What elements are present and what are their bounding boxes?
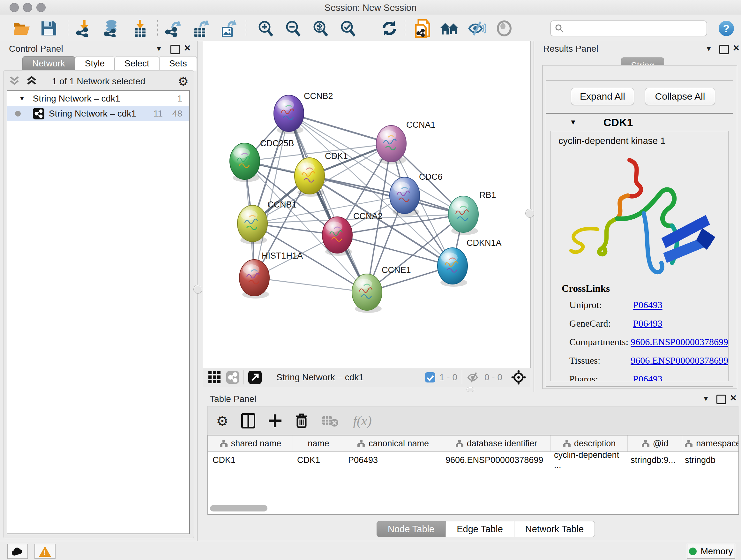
crosslink-link[interactable]: P06493 (633, 300, 663, 310)
network-node-cdkn1a[interactable] (437, 248, 468, 287)
window-status-bar: ! Memory (0, 541, 741, 560)
refresh-icon[interactable] (379, 19, 400, 37)
import-network-database-icon[interactable] (102, 19, 122, 37)
float-panel-icon[interactable]: ▼ (702, 394, 710, 403)
close-panel-icon[interactable]: × (730, 393, 737, 402)
cdk1-header-row[interactable]: ▼ CDK1 (546, 114, 733, 131)
birds-eye-view-icon[interactable] (511, 370, 526, 385)
float-panel-icon[interactable]: ▼ (155, 44, 162, 54)
network-node-ccnb2[interactable] (274, 95, 304, 134)
table-cell[interactable]: stringdb (680, 452, 739, 468)
left-splitter-grip[interactable] (193, 285, 202, 294)
import-network-icon[interactable] (74, 19, 94, 37)
expand-all-button[interactable]: Expand All (571, 88, 634, 105)
tab-network[interactable]: Network (22, 56, 75, 71)
warning-status-button[interactable]: ! (35, 544, 56, 559)
column-selector-icon[interactable] (241, 413, 255, 428)
search-field (550, 20, 707, 37)
selected-checkbox-icon[interactable] (425, 372, 435, 383)
table-cell[interactable]: stringdb:9... (626, 452, 680, 468)
help-icon[interactable]: ? (716, 19, 737, 37)
network-graph[interactable]: CCNB2CCNA1CDC25BCDK1CDC6RB1CCNB1CCNA2CDK… (203, 41, 530, 368)
column-header--id[interactable]: @id (628, 435, 682, 451)
crosslink-link[interactable]: 9606.ENSP00000378699 (630, 336, 728, 348)
add-column-icon[interactable] (268, 414, 282, 428)
column-header-name[interactable]: name (293, 435, 344, 451)
right-splitter-grip[interactable] (525, 209, 534, 218)
table-cell[interactable]: P06493 (344, 452, 441, 468)
show-panel-eye-icon[interactable] (494, 19, 515, 37)
network-node-ccnb1[interactable] (238, 205, 267, 244)
close-panel-icon[interactable]: × (733, 43, 739, 52)
network-collection-row[interactable]: ▼ String Network – cdk1 1 (7, 91, 189, 106)
crosslink-link[interactable]: 9606.ENSP00000378699 (630, 355, 728, 366)
horizontal-scrollbar[interactable] (210, 505, 267, 511)
table-row[interactable]: CDK1CDK1P064939606.ENSP00000378699cyclin… (208, 452, 738, 468)
network-node-ccna2[interactable] (322, 217, 352, 256)
tab-node-table[interactable]: Node Table (377, 521, 446, 537)
tab-style[interactable]: Style (75, 56, 115, 71)
network-row-selected[interactable]: String Network – cdk1 11 48 (7, 106, 189, 121)
file-network-icon[interactable] (412, 19, 433, 37)
node-table: shared namenamecanonical namedatabase id… (207, 435, 739, 515)
crosslink-link[interactable]: P06493 (633, 318, 663, 329)
cdk1-body: cyclin-dependent kinase 1 Cr (550, 131, 729, 381)
import-table-icon[interactable] (130, 19, 151, 37)
collapse-caret-icon[interactable]: ▼ (569, 118, 577, 126)
horizontal-splitter-grip[interactable] (467, 387, 474, 392)
maximize-panel-icon[interactable] (717, 395, 726, 404)
delete-column-icon[interactable] (295, 413, 308, 428)
tab-edge-table[interactable]: Edge Table (446, 521, 514, 537)
tab-sets[interactable]: Sets (159, 56, 197, 71)
column-header-shared-name[interactable]: shared name (208, 435, 293, 451)
network-options-gear-icon[interactable]: ⚙ (178, 74, 189, 88)
search-input[interactable] (567, 23, 706, 34)
network-node-ccna1[interactable] (376, 125, 406, 165)
tab-network-table[interactable]: Network Table (514, 521, 595, 537)
save-session-icon[interactable] (38, 19, 59, 37)
zoom-selected-icon[interactable] (338, 19, 358, 37)
zoom-out-icon[interactable] (283, 19, 303, 37)
network-view-icon[interactable] (226, 371, 239, 384)
export-image-icon[interactable] (218, 19, 239, 37)
network-node-cdk1[interactable] (294, 158, 325, 197)
network-node-cdc25b[interactable] (230, 143, 260, 182)
table-header-row[interactable]: shared namenamecanonical namedatabase id… (208, 435, 738, 452)
zoom-in-icon[interactable] (255, 19, 276, 37)
network-node-hist1h1a[interactable] (239, 260, 269, 299)
export-table-icon[interactable] (191, 19, 211, 37)
network-node-rb1[interactable] (448, 196, 478, 235)
tree-caret-icon[interactable]: ▼ (19, 95, 25, 102)
crosslink-link[interactable]: P06493 (633, 374, 663, 381)
crosslink-label: Compartments: (569, 336, 630, 348)
crosslink-row: Tissues:9606.ENSP00000378699 (569, 355, 728, 366)
close-panel-icon[interactable]: × (184, 43, 191, 52)
column-header-database-identifier[interactable]: database identifier (442, 435, 551, 451)
open-session-icon[interactable] (11, 19, 32, 37)
open-in-window-icon[interactable] (248, 371, 262, 384)
column-header-namespace[interactable]: namespace (682, 435, 739, 451)
table-settings-gear-icon[interactable]: ⚙ (216, 413, 228, 429)
table-cell[interactable]: 9606.ENSP00000378699 (441, 452, 549, 468)
network-canvas[interactable]: CCNB2CCNA1CDC25BCDK1CDC6RB1CCNB1CCNA2CDK… (203, 41, 531, 368)
maximize-panel-icon[interactable] (171, 45, 180, 54)
table-cell[interactable]: CDK1 (293, 452, 344, 468)
hide-panel-eye-icon[interactable] (467, 19, 487, 37)
column-header-description[interactable]: description (551, 435, 628, 451)
grid-view-icon[interactable] (208, 371, 221, 384)
network-node-cdc6[interactable] (390, 177, 420, 216)
export-network-icon[interactable] (163, 19, 184, 37)
tab-select[interactable]: Select (115, 56, 159, 71)
zoom-fit-icon[interactable] (310, 19, 331, 37)
table-cell[interactable]: CDK1 (208, 452, 293, 468)
table-cell[interactable]: cyclin-dependent ... (549, 452, 626, 468)
node-label-hist1h1a: HIST1H1A (262, 251, 303, 260)
home-icon[interactable] (439, 19, 460, 37)
collapse-all-button[interactable]: Collapse All (645, 88, 715, 105)
column-header-canonical-name[interactable]: canonical name (344, 435, 442, 451)
memory-button[interactable]: Memory (687, 544, 735, 559)
network-node-ccne1[interactable] (352, 274, 382, 313)
maximize-panel-icon[interactable] (719, 45, 729, 54)
cloud-status-button[interactable] (7, 544, 28, 559)
float-panel-icon[interactable]: ▼ (705, 44, 712, 54)
